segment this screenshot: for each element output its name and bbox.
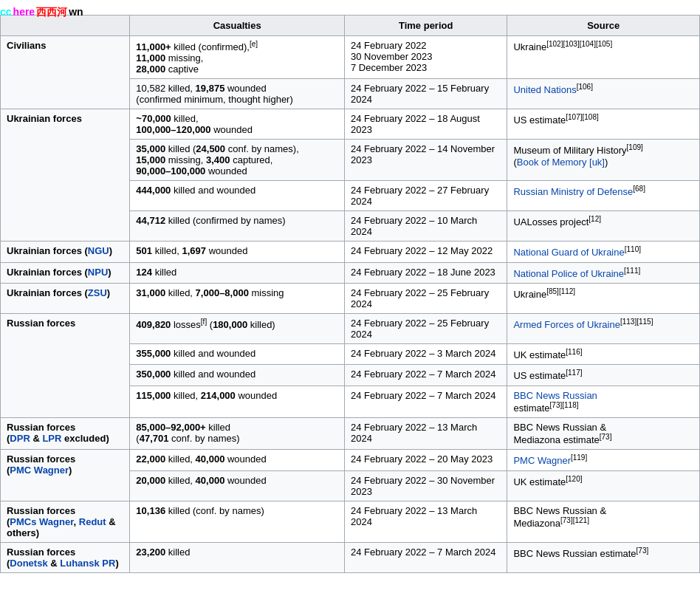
lpr-link[interactable]: LPR bbox=[42, 433, 61, 444]
table-row: Ukrainian forces (NPU) 124 killed 24 Feb… bbox=[1, 262, 700, 283]
col-header-group bbox=[1, 16, 130, 36]
source-cell: Russian Ministry of Defense[68] bbox=[507, 181, 700, 211]
source-cell: National Guard of Ukraine[110] bbox=[507, 242, 700, 262]
table-row: Civilians 11,000+ killed (confirmed),[e]… bbox=[1, 36, 700, 79]
pmcs-wagner-link2[interactable]: PMCs Wagner bbox=[10, 516, 73, 527]
national-police-link[interactable]: National Police of Ukraine bbox=[513, 268, 624, 279]
time-cell: 24 February 2022 – 30 November 2023 bbox=[344, 470, 507, 501]
casualties-cell: 124 killed bbox=[130, 262, 345, 283]
table-header-row: Casualties Time period Source bbox=[1, 16, 700, 36]
casualties-cell: 20,000 killed, 40,000 wounded bbox=[130, 470, 345, 501]
row-header-rf-donetsk: Russian forces(Donetsk & Luhansk PR) bbox=[1, 542, 130, 572]
row-header-rf-pmc-wagner: Russian forces(PMC Wagner) bbox=[1, 450, 130, 501]
source-cell: UALosses project[12] bbox=[507, 211, 700, 242]
row-header-rf-dpr: Russian forces(DPR & LPR excluded) bbox=[1, 417, 130, 449]
casualties-table: Casualties Time period Source Civilians … bbox=[0, 15, 700, 573]
row-header-ngu: Ukrainian forces (NGU) bbox=[1, 242, 130, 262]
casualties-cell: 10,136 killed (conf. by names) bbox=[130, 501, 345, 542]
casualties-cell: 44,712 killed (confirmed by names) bbox=[130, 211, 345, 242]
pmc-wagner-source-link[interactable]: PMC Wagner bbox=[513, 456, 571, 467]
casualties-cell: 22,000 killed, 40,000 wounded bbox=[130, 450, 345, 470]
table-row: Russian forces(Donetsk & Luhansk PR) 23,… bbox=[1, 542, 700, 572]
casualties-cell: 444,000 killed and wounded bbox=[130, 181, 345, 211]
time-cell: 24 February 2022 – 14 November 2023 bbox=[344, 140, 507, 181]
casualties-cell: ~70,000 killed,100,000–120,000 wounded bbox=[130, 109, 345, 140]
col-header-casualties: Casualties bbox=[130, 16, 345, 36]
time-cell: 24 February 2022 – 3 March 2024 bbox=[344, 343, 507, 364]
time-cell: 24 February 2022 – 7 March 2024 bbox=[344, 365, 507, 386]
casualties-cell: 501 killed, 1,697 wounded bbox=[130, 242, 345, 262]
source-cell: Museum of Military History[109] (Book of… bbox=[507, 140, 700, 181]
time-cell: 24 February 2022 – 13 March 2024 bbox=[344, 417, 507, 449]
time-cell: 24 February 2022 – 18 August 2023 bbox=[344, 109, 507, 140]
casualties-cell: 23,200 killed bbox=[130, 542, 345, 572]
source-cell: US estimate[117] bbox=[507, 365, 700, 386]
redut-link[interactable]: Redut bbox=[79, 516, 106, 527]
source-cell: Ukraine[102][103][104][105] bbox=[507, 36, 700, 79]
time-cell: 24 February 2022 – 12 May 2022 bbox=[344, 242, 507, 262]
source-cell: BBC News Russian estimate[73] bbox=[507, 542, 700, 572]
row-header-russian-forces: Russian forces bbox=[1, 313, 130, 417]
casualties-cell: 409,820 losses[f] (180,000 killed) bbox=[130, 313, 345, 343]
row-header-ukrainian-forces: Ukrainian forces bbox=[1, 109, 130, 242]
source-cell: PMC Wagner[119] bbox=[507, 450, 700, 470]
row-header-npu: Ukrainian forces (NPU) bbox=[1, 262, 130, 283]
russian-mod-link[interactable]: Russian Ministry of Defense bbox=[513, 187, 633, 198]
row-header-rf-pmcs-redut: Russian forces(PMCs Wagner, Redut &other… bbox=[1, 501, 130, 542]
source-cell: Armed Forces of Ukraine[113][115] bbox=[507, 313, 700, 343]
casualties-cell: 350,000 killed and wounded bbox=[130, 365, 345, 386]
time-cell: 24 February 2022 – 10 March 2024 bbox=[344, 211, 507, 242]
npu-link[interactable]: NPU bbox=[88, 267, 108, 278]
donetsk-link[interactable]: Donetsk bbox=[10, 558, 47, 569]
row-header-zsu: Ukrainian forces (ZSU) bbox=[1, 283, 130, 313]
pmc-wagner-link[interactable]: PMC Wagner bbox=[10, 465, 69, 476]
casualties-cell: 11,000+ killed (confirmed),[e] 11,000 mi… bbox=[130, 36, 345, 79]
col-header-time: Time period bbox=[344, 16, 507, 36]
casualties-cell: 10,582 killed, 19,875 wounded(confirmed … bbox=[130, 79, 345, 109]
table-row: Ukrainian forces (ZSU) 31,000 killed, 7,… bbox=[1, 283, 700, 313]
time-cell: 24 February 2022 – 20 May 2023 bbox=[344, 450, 507, 470]
casualties-cell: 85,000–92,000+ killed(47,701 conf. by na… bbox=[130, 417, 345, 449]
armed-forces-ukraine-link[interactable]: Armed Forces of Ukraine bbox=[513, 319, 620, 330]
table-row: Russian forces 409,820 losses[f] (180,00… bbox=[1, 313, 700, 343]
table-row: Russian forces(PMC Wagner) 22,000 killed… bbox=[1, 450, 700, 470]
table-row: Ukrainian forces ~70,000 killed,100,000–… bbox=[1, 109, 700, 140]
casualties-cell: 355,000 killed and wounded bbox=[130, 343, 345, 364]
zsu-link[interactable]: ZSU bbox=[88, 287, 107, 298]
table-row: Russian forces(DPR & LPR excluded) 85,00… bbox=[1, 417, 700, 449]
ngu-link[interactable]: NGU bbox=[88, 245, 109, 256]
time-cell: 24 February 2022 – 7 March 2024 bbox=[344, 386, 507, 417]
casualties-cell: 31,000 killed, 7,000–8,000 missing bbox=[130, 283, 345, 313]
casualties-cell: 115,000 killed, 214,000 wounded bbox=[130, 386, 345, 417]
time-cell: 24 February 2022 – 25 February 2024 bbox=[344, 313, 507, 343]
source-cell: UK estimate[116] bbox=[507, 343, 700, 364]
source-cell: BBC News Russianestimate[73][118] bbox=[507, 386, 700, 417]
time-cell: 24 February 2022 – 25 February 2024 bbox=[344, 283, 507, 313]
time-cell: 24 February 2022 – 7 March 2024 bbox=[344, 542, 507, 572]
time-cell: 24 February 202230 November 20237 Decemb… bbox=[344, 36, 507, 79]
source-cell: United Nations[106] bbox=[507, 79, 700, 109]
dpr-link[interactable]: DPR bbox=[10, 433, 30, 444]
source-cell: BBC News Russian &Mediazona[73][121] bbox=[507, 501, 700, 542]
time-cell: 24 February 2022 – 15 February 2024 bbox=[344, 79, 507, 109]
source-cell: US estimate[107][108] bbox=[507, 109, 700, 140]
source-cell: BBC News Russian &Mediazona estimate[73] bbox=[507, 417, 700, 449]
national-guard-link[interactable]: National Guard of Ukraine bbox=[513, 247, 624, 258]
source-cell: Ukraine[85][112] bbox=[507, 283, 700, 313]
row-header-civilians: Civilians bbox=[1, 36, 130, 109]
table-row: Ukrainian forces (NGU) 501 killed, 1,697… bbox=[1, 242, 700, 262]
time-cell: 24 February 2022 – 27 February 2024 bbox=[344, 181, 507, 211]
time-cell: 24 February 2022 – 18 June 2023 bbox=[344, 262, 507, 283]
united-nations-link[interactable]: United Nations bbox=[513, 85, 576, 96]
casualties-cell: 35,000 killed (24,500 conf. by names), 1… bbox=[130, 140, 345, 181]
book-of-memory-link[interactable]: Book of Memory [uk] bbox=[517, 157, 605, 168]
source-cell: National Police of Ukraine[111] bbox=[507, 262, 700, 283]
table-row: Russian forces(PMCs Wagner, Redut &other… bbox=[1, 501, 700, 542]
bbc-russian-link[interactable]: BBC News Russian bbox=[513, 390, 597, 401]
time-cell: 24 February 2022 – 13 March 2024 bbox=[344, 501, 507, 542]
source-cell: UK estimate[120] bbox=[507, 470, 700, 501]
luhansk-pr-link[interactable]: Luhansk PR bbox=[60, 558, 115, 569]
col-header-source: Source bbox=[507, 16, 700, 36]
